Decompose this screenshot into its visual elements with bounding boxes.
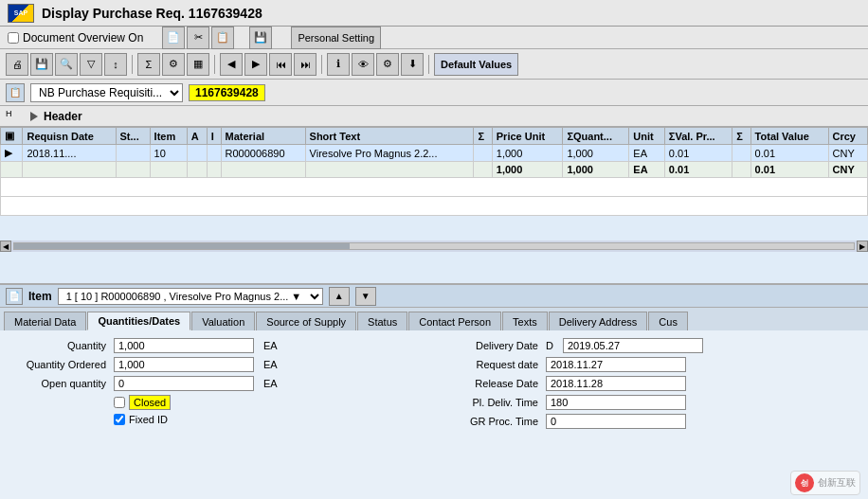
tab-source-of-supply[interactable]: Source of Supply: [256, 312, 356, 330]
scroll-left-btn[interactable]: ◀: [0, 241, 11, 252]
horizontal-scrollbar[interactable]: ◀ ▶: [0, 241, 868, 252]
toolbar-divider-3: [321, 55, 322, 74]
delivery-date-label: Delivery Date: [443, 340, 538, 351]
quantity-row: Quantity EA: [11, 338, 425, 353]
filter-icon[interactable]: ▽: [80, 53, 102, 76]
sum-icon[interactable]: Σ: [137, 53, 160, 76]
table-container[interactable]: ▣ Requisn Date St... Item A I Material S…: [0, 127, 868, 241]
nav3-icon[interactable]: ⏭: [294, 53, 316, 76]
open-quantity-input[interactable]: [114, 376, 254, 391]
col-valprice[interactable]: ΣVal. Pr...: [664, 128, 732, 145]
release-date-input[interactable]: [546, 376, 686, 391]
col-quantity[interactable]: ΣQuant...: [563, 128, 629, 145]
download-icon[interactable]: ⬇: [401, 53, 424, 76]
doc-bar: 📋 NB Purchase Requisiti... 1167639428: [0, 80, 868, 106]
watermark-logo: 创: [795, 473, 814, 492]
doc-overview-checkbox[interactable]: [8, 32, 19, 44]
delivery-date-row: Delivery Date D: [443, 338, 857, 353]
col-sigma2[interactable]: Σ: [732, 128, 750, 145]
paste-btn[interactable]: 📋: [211, 27, 234, 49]
row-marker: ▶: [1, 145, 23, 162]
request-date-input[interactable]: [546, 357, 686, 372]
nav2-icon[interactable]: ⏮: [269, 53, 292, 76]
back-icon[interactable]: ◀: [220, 53, 243, 76]
save-btn2[interactable]: 💾: [249, 27, 272, 49]
tab-texts[interactable]: Texts: [502, 312, 548, 330]
config-icon[interactable]: ⚙: [162, 53, 185, 76]
quantity-ordered-input[interactable]: [114, 357, 254, 372]
watermark-box: 创 创新互联: [790, 471, 860, 495]
col-priceunit[interactable]: Price Unit: [492, 128, 563, 145]
quantity-input[interactable]: [114, 338, 254, 353]
save-icon[interactable]: 💾: [30, 53, 53, 76]
col-totalvalue[interactable]: Total Value: [750, 128, 828, 145]
header-bar: H Header: [0, 106, 868, 127]
doc-type-dropdown[interactable]: NB Purchase Requisiti...: [30, 83, 183, 102]
row-i: [207, 145, 221, 162]
release-date-row: Release Date: [443, 376, 857, 391]
gr-proc-time-input[interactable]: [546, 414, 686, 429]
tab-valuation[interactable]: Valuation: [191, 312, 255, 330]
empty-row-1: [1, 178, 868, 197]
personal-setting-btn[interactable]: Personal Setting: [291, 27, 381, 49]
quantity-label: Quantity: [11, 340, 106, 351]
settings-icon[interactable]: ⚙: [376, 53, 399, 76]
col-material[interactable]: Material: [221, 128, 305, 145]
col-unit[interactable]: Unit: [629, 128, 665, 145]
col-marker: ▣: [1, 128, 23, 145]
grid-icon[interactable]: ▦: [187, 53, 209, 76]
col-a[interactable]: A: [187, 128, 207, 145]
row-material: R000006890: [221, 145, 305, 162]
col-item[interactable]: Item: [150, 128, 187, 145]
new-btn[interactable]: 📄: [162, 27, 185, 49]
table-row[interactable]: ▶ 2018.11.... 10 R000006890 Viresolve Pr…: [1, 145, 868, 162]
item-label: Item: [28, 290, 52, 303]
watermark: 创 创新互联: [790, 471, 860, 495]
fixed-id-checkbox-group: Fixed ID: [114, 414, 168, 425]
forward-icon[interactable]: ▶: [244, 53, 267, 76]
print-icon[interactable]: 🖨: [6, 53, 28, 76]
closed-checkbox[interactable]: [114, 397, 125, 408]
tab-quantities-dates[interactable]: Quantities/Dates: [87, 312, 190, 330]
pl-deliv-time-input[interactable]: [546, 395, 686, 410]
header-toggle[interactable]: [30, 112, 38, 121]
page-title: Display Purchase Req. 1167639428: [42, 6, 262, 21]
eye-icon[interactable]: 👁: [352, 53, 374, 76]
sort-icon[interactable]: ↕: [104, 53, 127, 76]
tab-contact-person[interactable]: Contact Person: [408, 312, 501, 330]
col-currency[interactable]: Crcy: [828, 128, 867, 145]
item-select-dropdown[interactable]: 1 [ 10 ] R000006890 , Viresolve Pro Magn…: [58, 288, 323, 305]
requisition-table: ▣ Requisn Date St... Item A I Material S…: [0, 127, 868, 216]
col-sigma[interactable]: Σ: [474, 128, 492, 145]
request-date-row: Request date: [443, 357, 857, 372]
header-icon: H: [6, 109, 21, 124]
copy-btn[interactable]: ✂: [187, 27, 209, 49]
fixed-id-checkbox[interactable]: [114, 414, 125, 425]
total-currency: CNY: [828, 162, 867, 178]
quantity-ordered-unit: EA: [263, 359, 278, 370]
info-icon[interactable]: ℹ: [327, 53, 350, 76]
default-values-button[interactable]: Default Values: [434, 53, 518, 76]
scroll-track[interactable]: [13, 242, 855, 250]
find-icon[interactable]: 🔍: [55, 53, 78, 76]
closed-text: Closed: [129, 395, 171, 410]
tab-status[interactable]: Status: [357, 312, 407, 330]
col-status[interactable]: St...: [116, 128, 150, 145]
title-bar: SAP Display Purchase Req. 1167639428: [0, 0, 868, 27]
menu-bar: Document Overview On 📄 ✂ 📋 💾 Personal Se…: [0, 27, 868, 49]
item-nav-down[interactable]: ▼: [355, 287, 376, 306]
col-reqdate[interactable]: Requisn Date: [23, 128, 116, 145]
col-shorttext[interactable]: Short Text: [305, 128, 474, 145]
tab-delivery-address[interactable]: Delivery Address: [549, 312, 648, 330]
col-i[interactable]: I: [207, 128, 221, 145]
scroll-right-btn[interactable]: ▶: [857, 241, 868, 252]
tab-cus[interactable]: Cus: [648, 312, 688, 330]
doc-overview-menu[interactable]: Document Overview On: [23, 31, 143, 45]
row-reqdate: 2018.11....: [23, 145, 116, 162]
tab-material-data[interactable]: Material Data: [4, 312, 86, 330]
item-icon: 📄: [6, 288, 23, 305]
total-quantity: 1,000: [563, 162, 629, 178]
pl-deliv-time-row: Pl. Deliv. Time: [443, 395, 857, 410]
delivery-date-input[interactable]: [563, 338, 703, 353]
item-nav-up[interactable]: ▲: [329, 287, 350, 306]
